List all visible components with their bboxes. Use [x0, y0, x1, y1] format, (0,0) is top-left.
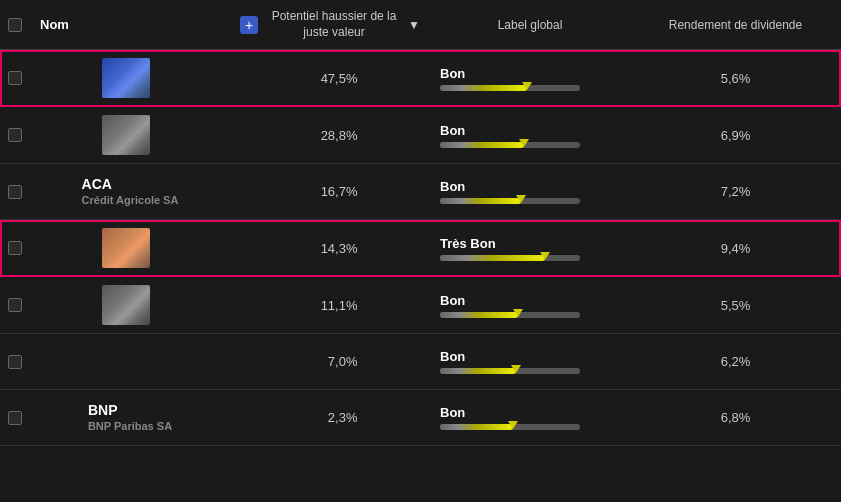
row-label-col: Très Bon	[430, 236, 630, 261]
row-thumbnail	[102, 115, 150, 155]
row-potentiel-col: 2,3%	[230, 410, 430, 425]
row-potentiel-col: 16,7%	[230, 184, 430, 199]
table-row: 7,0%Bon6,2%	[0, 334, 841, 390]
row-check-col	[0, 128, 30, 142]
row-rendement-col: 6,2%	[630, 354, 841, 369]
row-rendement-col: 9,4%	[630, 241, 841, 256]
row-thumbnail	[102, 58, 150, 98]
row-potentiel-col: 28,8%	[230, 128, 430, 143]
row-label-bar	[440, 368, 580, 374]
row-label-col: Bon	[430, 123, 630, 148]
row-check-col	[0, 298, 30, 312]
row-rendement-value: 6,8%	[721, 410, 751, 425]
table-row: BNPBNP Paribas SA2,3%Bon6,8%	[0, 390, 841, 446]
row-name-main: BNP	[88, 402, 118, 418]
row-label-text: Très Bon	[440, 236, 496, 251]
header-label-label: Label global	[498, 18, 563, 32]
row-bar-marker	[508, 421, 518, 429]
row-rendement-value: 7,2%	[721, 184, 751, 199]
row-checkbox[interactable]	[8, 411, 22, 425]
row-rendement-value: 6,2%	[721, 354, 751, 369]
row-check-col	[0, 411, 30, 425]
row-rendement-col: 7,2%	[630, 184, 841, 199]
row-rendement-col: 6,8%	[630, 410, 841, 425]
row-rendement-col: 5,6%	[630, 71, 841, 86]
table-row: ACACrédit Agricole SA16,7%Bon7,2%	[0, 164, 841, 220]
row-nom-col	[30, 220, 230, 276]
row-label-text: Bon	[440, 349, 465, 364]
table-row: 11,1%Bon5,5%	[0, 277, 841, 334]
row-rendement-value: 5,5%	[721, 298, 751, 313]
header-check-col	[0, 0, 30, 49]
row-bar-marker	[513, 309, 523, 317]
row-bar-marker	[516, 195, 526, 203]
row-label-text: Bon	[440, 179, 465, 194]
row-bar-marker	[522, 82, 532, 90]
row-label-bar	[440, 312, 580, 318]
row-label-col: Bon	[430, 66, 630, 91]
row-checkbox[interactable]	[8, 185, 22, 199]
row-name-sub: Crédit Agricole SA	[82, 194, 179, 206]
row-rendement-value: 5,6%	[721, 71, 751, 86]
sort-arrow-icon: ▼	[408, 18, 420, 32]
row-nom-col	[30, 354, 230, 370]
table-row: 28,8%Bon6,9%	[0, 107, 841, 164]
row-potentiel-col: 11,1%	[230, 298, 430, 313]
header-potentiel-col: + Potentiel haussier de la juste valeur …	[230, 0, 430, 49]
header-rendement-label: Rendement de dividende	[669, 18, 802, 32]
row-potentiel-value: 28,8%	[303, 128, 358, 143]
row-potentiel-value: 2,3%	[303, 410, 358, 425]
row-bar-marker	[511, 365, 521, 373]
row-label-bar	[440, 424, 580, 430]
header-label-col: Label global	[430, 0, 630, 49]
row-label-col: Bon	[430, 349, 630, 374]
header-potentiel-label: Potentiel haussier de la juste valeur	[264, 9, 404, 40]
header-rendement-col: Rendement de dividende	[630, 0, 841, 49]
row-potentiel-value: 11,1%	[303, 298, 358, 313]
row-check-col	[0, 185, 30, 199]
row-label-col: Bon	[430, 179, 630, 204]
row-checkbox[interactable]	[8, 355, 22, 369]
table-row: 14,3%Très Bon9,4%	[0, 220, 841, 277]
row-label-bar	[440, 198, 580, 204]
row-check-col	[0, 241, 30, 255]
row-name-sub: BNP Paribas SA	[88, 420, 172, 432]
row-label-bar	[440, 85, 580, 91]
main-table: Nom + Potentiel haussier de la juste val…	[0, 0, 841, 446]
table-row: 47,5%Bon5,6%	[0, 50, 841, 107]
row-potentiel-value: 7,0%	[303, 354, 358, 369]
row-rendement-col: 6,9%	[630, 128, 841, 143]
row-checkbox[interactable]	[8, 241, 22, 255]
header-checkbox[interactable]	[8, 18, 22, 32]
row-check-col	[0, 355, 30, 369]
row-nom-col: ACACrédit Agricole SA	[30, 168, 230, 215]
header-nom-col: Nom	[30, 0, 230, 49]
row-potentiel-value: 47,5%	[303, 71, 358, 86]
row-thumbnail	[102, 228, 150, 268]
row-name-main: ACA	[82, 176, 112, 192]
row-label-text: Bon	[440, 123, 465, 138]
row-nom-col	[30, 107, 230, 163]
row-potentiel-col: 14,3%	[230, 241, 430, 256]
row-potentiel-value: 14,3%	[303, 241, 358, 256]
row-checkbox[interactable]	[8, 71, 22, 85]
row-checkbox[interactable]	[8, 298, 22, 312]
row-checkbox[interactable]	[8, 128, 22, 142]
sort-button[interactable]: +	[240, 16, 258, 34]
row-label-text: Bon	[440, 293, 465, 308]
row-rendement-value: 6,9%	[721, 128, 751, 143]
row-label-col: Bon	[430, 293, 630, 318]
row-thumbnail	[102, 285, 150, 325]
row-potentiel-col: 7,0%	[230, 354, 430, 369]
row-label-bar	[440, 255, 580, 261]
row-label-col: Bon	[430, 405, 630, 430]
row-bar-marker	[540, 252, 550, 260]
row-label-bar	[440, 142, 580, 148]
row-potentiel-value: 16,7%	[303, 184, 358, 199]
table-body: 47,5%Bon5,6%28,8%Bon6,9%ACACrédit Agrico…	[0, 50, 841, 446]
row-bar-marker	[519, 139, 529, 147]
row-rendement-value: 9,4%	[721, 241, 751, 256]
header-nom-label: Nom	[40, 17, 69, 32]
row-rendement-col: 5,5%	[630, 298, 841, 313]
row-label-text: Bon	[440, 66, 465, 81]
